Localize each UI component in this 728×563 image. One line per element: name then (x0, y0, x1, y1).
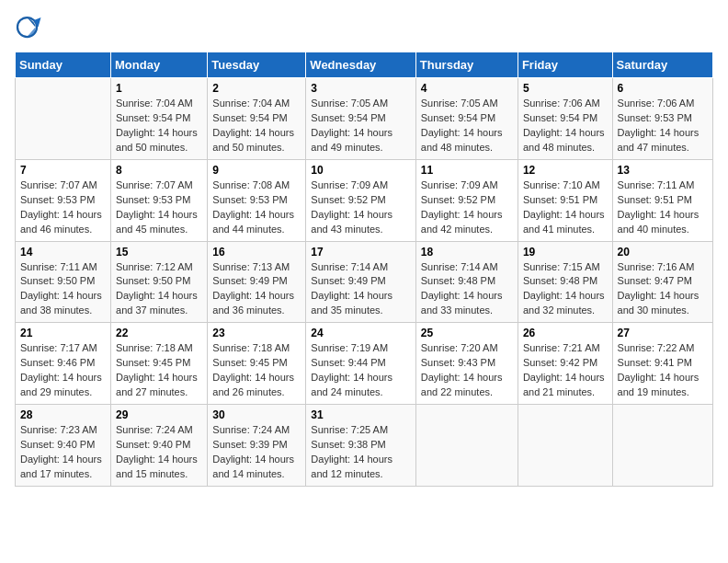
day-info: Sunrise: 7:19 AM Sunset: 9:44 PM Dayligh… (311, 341, 410, 400)
calendar-cell: 22Sunrise: 7:18 AM Sunset: 9:45 PM Dayli… (111, 323, 208, 405)
calendar-cell: 25Sunrise: 7:20 AM Sunset: 9:43 PM Dayli… (415, 323, 518, 405)
calendar-cell: 15Sunrise: 7:12 AM Sunset: 9:50 PM Dayli… (111, 241, 208, 323)
calendar-cell: 12Sunrise: 7:10 AM Sunset: 9:51 PM Dayli… (518, 159, 612, 241)
day-info: Sunrise: 7:06 AM Sunset: 9:53 PM Dayligh… (618, 97, 708, 155)
calendar-cell: 20Sunrise: 7:16 AM Sunset: 9:47 PM Dayli… (612, 241, 712, 323)
header-tuesday: Tuesday (208, 52, 306, 78)
day-number: 15 (116, 246, 202, 259)
day-info: Sunrise: 7:04 AM Sunset: 9:54 PM Dayligh… (212, 97, 301, 155)
calendar-cell: 19Sunrise: 7:15 AM Sunset: 9:48 PM Dayli… (518, 241, 612, 323)
week-row-4: 21Sunrise: 7:17 AM Sunset: 9:46 PM Dayli… (16, 323, 713, 405)
calendar-cell: 5Sunrise: 7:06 AM Sunset: 9:54 PM Daylig… (518, 78, 612, 160)
day-info: Sunrise: 7:23 AM Sunset: 9:40 PM Dayligh… (20, 423, 106, 482)
day-info: Sunrise: 7:21 AM Sunset: 9:42 PM Dayligh… (523, 341, 608, 400)
calendar-cell: 7Sunrise: 7:07 AM Sunset: 9:53 PM Daylig… (16, 159, 111, 241)
day-number: 4 (421, 82, 513, 95)
day-number: 17 (311, 246, 410, 259)
page-header (15, 15, 713, 42)
svg-point-0 (17, 17, 37, 37)
calendar-header-row: SundayMondayTuesdayWednesdayThursdayFrid… (16, 52, 713, 78)
day-info: Sunrise: 7:07 AM Sunset: 9:53 PM Dayligh… (20, 178, 106, 237)
calendar-cell: 23Sunrise: 7:18 AM Sunset: 9:45 PM Dayli… (208, 323, 306, 405)
day-info: Sunrise: 7:12 AM Sunset: 9:50 PM Dayligh… (116, 260, 202, 319)
day-number: 13 (618, 164, 708, 177)
header-wednesday: Wednesday (306, 52, 415, 78)
day-info: Sunrise: 7:13 AM Sunset: 9:49 PM Dayligh… (212, 260, 301, 319)
day-number: 28 (20, 408, 106, 421)
day-number: 1 (116, 82, 202, 95)
day-info: Sunrise: 7:22 AM Sunset: 9:41 PM Dayligh… (618, 341, 708, 400)
calendar-cell: 11Sunrise: 7:09 AM Sunset: 9:52 PM Dayli… (415, 159, 518, 241)
header-saturday: Saturday (612, 52, 712, 78)
calendar-cell: 2Sunrise: 7:04 AM Sunset: 9:54 PM Daylig… (208, 78, 306, 160)
day-number: 11 (421, 164, 513, 177)
day-number: 25 (421, 327, 513, 339)
header-thursday: Thursday (415, 52, 518, 78)
day-number: 14 (20, 246, 106, 259)
day-info: Sunrise: 7:24 AM Sunset: 9:39 PM Dayligh… (212, 423, 301, 482)
calendar-cell: 18Sunrise: 7:14 AM Sunset: 9:48 PM Dayli… (415, 241, 518, 323)
calendar-cell (415, 405, 518, 487)
day-info: Sunrise: 7:15 AM Sunset: 9:48 PM Dayligh… (523, 260, 608, 319)
logo (15, 15, 46, 42)
day-info: Sunrise: 7:09 AM Sunset: 9:52 PM Dayligh… (311, 178, 410, 237)
week-row-3: 14Sunrise: 7:11 AM Sunset: 9:50 PM Dayli… (16, 241, 713, 323)
day-number: 16 (212, 246, 301, 259)
calendar-cell: 26Sunrise: 7:21 AM Sunset: 9:42 PM Dayli… (518, 323, 612, 405)
calendar-cell: 9Sunrise: 7:08 AM Sunset: 9:53 PM Daylig… (208, 159, 306, 241)
week-row-2: 7Sunrise: 7:07 AM Sunset: 9:53 PM Daylig… (16, 159, 713, 241)
header-friday: Friday (518, 52, 612, 78)
day-number: 7 (20, 164, 106, 177)
day-info: Sunrise: 7:05 AM Sunset: 9:54 PM Dayligh… (311, 97, 410, 155)
calendar-cell: 21Sunrise: 7:17 AM Sunset: 9:46 PM Dayli… (16, 323, 111, 405)
calendar-cell: 16Sunrise: 7:13 AM Sunset: 9:49 PM Dayli… (208, 241, 306, 323)
day-number: 26 (523, 327, 608, 339)
calendar-cell: 31Sunrise: 7:25 AM Sunset: 9:38 PM Dayli… (306, 405, 415, 487)
day-number: 30 (212, 408, 301, 421)
calendar-cell: 6Sunrise: 7:06 AM Sunset: 9:53 PM Daylig… (612, 78, 712, 160)
day-info: Sunrise: 7:25 AM Sunset: 9:38 PM Dayligh… (311, 423, 410, 482)
day-number: 3 (311, 82, 410, 95)
day-info: Sunrise: 7:08 AM Sunset: 9:53 PM Dayligh… (212, 178, 301, 237)
day-number: 29 (116, 408, 202, 421)
day-number: 22 (116, 327, 202, 339)
day-number: 31 (311, 408, 410, 421)
day-number: 23 (212, 327, 301, 339)
day-number: 12 (523, 164, 608, 177)
week-row-5: 28Sunrise: 7:23 AM Sunset: 9:40 PM Dayli… (16, 405, 713, 487)
day-info: Sunrise: 7:14 AM Sunset: 9:48 PM Dayligh… (421, 260, 513, 319)
calendar-cell: 8Sunrise: 7:07 AM Sunset: 9:53 PM Daylig… (111, 159, 208, 241)
day-info: Sunrise: 7:18 AM Sunset: 9:45 PM Dayligh… (212, 341, 301, 400)
calendar-cell: 10Sunrise: 7:09 AM Sunset: 9:52 PM Dayli… (306, 159, 415, 241)
day-info: Sunrise: 7:24 AM Sunset: 9:40 PM Dayligh… (116, 423, 202, 482)
calendar-table: SundayMondayTuesdayWednesdayThursdayFrid… (15, 52, 713, 487)
calendar-cell: 27Sunrise: 7:22 AM Sunset: 9:41 PM Dayli… (612, 323, 712, 405)
day-number: 10 (311, 164, 410, 177)
day-info: Sunrise: 7:16 AM Sunset: 9:47 PM Dayligh… (618, 260, 708, 319)
day-info: Sunrise: 7:04 AM Sunset: 9:54 PM Dayligh… (116, 97, 202, 155)
calendar-cell: 3Sunrise: 7:05 AM Sunset: 9:54 PM Daylig… (306, 78, 415, 160)
calendar-cell: 1Sunrise: 7:04 AM Sunset: 9:54 PM Daylig… (111, 78, 208, 160)
day-number: 6 (618, 82, 708, 95)
day-info: Sunrise: 7:10 AM Sunset: 9:51 PM Dayligh… (523, 178, 608, 237)
day-number: 21 (20, 327, 106, 339)
day-number: 5 (523, 82, 608, 95)
day-info: Sunrise: 7:14 AM Sunset: 9:49 PM Dayligh… (311, 260, 410, 319)
day-info: Sunrise: 7:06 AM Sunset: 9:54 PM Dayligh… (523, 97, 608, 155)
day-info: Sunrise: 7:05 AM Sunset: 9:54 PM Dayligh… (421, 97, 513, 155)
day-number: 19 (523, 246, 608, 259)
header-sunday: Sunday (16, 52, 111, 78)
day-info: Sunrise: 7:11 AM Sunset: 9:51 PM Dayligh… (618, 178, 708, 237)
calendar-cell: 14Sunrise: 7:11 AM Sunset: 9:50 PM Dayli… (16, 241, 111, 323)
day-number: 18 (421, 246, 513, 259)
calendar-cell (16, 78, 111, 160)
calendar-cell (518, 405, 612, 487)
calendar-cell: 30Sunrise: 7:24 AM Sunset: 9:39 PM Dayli… (208, 405, 306, 487)
calendar-cell: 4Sunrise: 7:05 AM Sunset: 9:54 PM Daylig… (415, 78, 518, 160)
day-number: 20 (618, 246, 708, 259)
day-info: Sunrise: 7:07 AM Sunset: 9:53 PM Dayligh… (116, 178, 202, 237)
day-number: 8 (116, 164, 202, 177)
calendar-cell: 17Sunrise: 7:14 AM Sunset: 9:49 PM Dayli… (306, 241, 415, 323)
calendar-cell: 28Sunrise: 7:23 AM Sunset: 9:40 PM Dayli… (16, 405, 111, 487)
calendar-cell (612, 405, 712, 487)
